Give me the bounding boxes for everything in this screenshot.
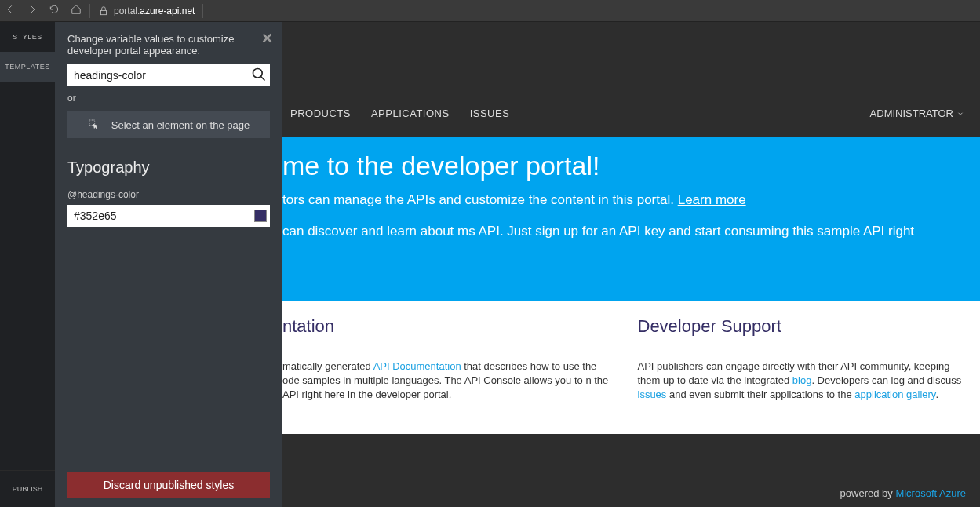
support-title: Developer Support xyxy=(638,316,965,348)
footer-text: powered by xyxy=(840,487,896,499)
footer: powered by Microsoft Azure xyxy=(282,480,980,507)
section-typography: Typography xyxy=(67,159,270,177)
nav-issues[interactable]: ISSUES xyxy=(470,108,510,119)
hero-title: me to the developer portal! xyxy=(282,151,964,181)
issues-link[interactable]: issues xyxy=(638,388,667,400)
blog-link[interactable]: blog xyxy=(792,374,812,386)
lock-icon xyxy=(98,5,109,16)
or-label: or xyxy=(67,93,270,104)
publish-section[interactable]: PUBLISH xyxy=(0,470,55,507)
discard-button[interactable]: Discard unpublished styles xyxy=(67,472,270,498)
admin-label: ADMINISTRATOR xyxy=(870,108,953,119)
address-bar[interactable]: portal.azure-api.net xyxy=(98,5,195,16)
nav-products[interactable]: PRODUCTS xyxy=(290,108,351,119)
hero-banner: me to the developer portal! tors can man… xyxy=(282,137,980,301)
svg-point-1 xyxy=(253,69,263,78)
select-element-label: Select an element on the page xyxy=(111,119,250,131)
select-element-button[interactable]: Select an element on the page xyxy=(67,111,270,138)
styles-panel: ✕ Change variable values to customize de… xyxy=(55,22,282,507)
hero-line-2: can discover and learn about ms API. Jus… xyxy=(282,224,964,239)
browser-toolbar: portal.azure-api.net xyxy=(0,0,980,22)
left-sidebar: STYLES TEMPLATES PUBLISH xyxy=(0,22,55,507)
panel-description: Change variable values to customize deve… xyxy=(67,33,270,57)
picker-icon xyxy=(88,119,100,131)
card-documentation: ntation matically generated API Document… xyxy=(282,316,610,403)
search-input[interactable] xyxy=(67,64,270,86)
api-documentation-link[interactable]: API Documentation xyxy=(373,360,461,372)
hero-line-1: tors can manage the APIs and customize t… xyxy=(282,192,964,208)
color-swatch[interactable] xyxy=(254,210,267,222)
nav-admin[interactable]: ADMINISTRATOR xyxy=(870,108,964,119)
search-icon[interactable] xyxy=(251,67,267,86)
nav-applications[interactable]: APPLICATIONS xyxy=(371,108,450,119)
gallery-link[interactable]: application gallery xyxy=(854,388,935,400)
color-value-input[interactable] xyxy=(74,210,254,222)
back-icon[interactable] xyxy=(5,4,16,17)
refresh-icon[interactable] xyxy=(49,4,60,17)
forward-icon[interactable] xyxy=(27,4,38,17)
variable-name: @headings-color xyxy=(67,189,270,200)
search-variable xyxy=(67,64,270,86)
learn-more-link[interactable]: Learn more xyxy=(678,192,746,207)
doc-title: ntation xyxy=(282,316,610,348)
doc-text: matically generated API Documentation th… xyxy=(282,359,610,403)
card-support: Developer Support API publishers can eng… xyxy=(638,316,965,403)
close-icon[interactable]: ✕ xyxy=(261,30,273,47)
support-text: API publishers can engage directly with … xyxy=(638,359,965,403)
azure-link[interactable]: Microsoft Azure xyxy=(895,487,966,499)
separator xyxy=(202,4,203,18)
cards-row: ntation matically generated API Document… xyxy=(282,301,980,434)
portal-nav: PRODUCTS APPLICATIONS ISSUES ADMINISTRAT… xyxy=(282,22,980,137)
svg-rect-0 xyxy=(101,10,107,14)
home-icon[interactable] xyxy=(71,4,82,17)
url-text: portal.azure-api.net xyxy=(114,5,195,16)
separator xyxy=(89,4,90,18)
tab-templates[interactable]: TEMPLATES xyxy=(0,52,55,82)
color-field xyxy=(67,205,270,227)
tab-styles[interactable]: STYLES xyxy=(0,22,55,52)
chevron-down-icon xyxy=(956,110,964,118)
preview-content: PRODUCTS APPLICATIONS ISSUES ADMINISTRAT… xyxy=(282,22,980,507)
